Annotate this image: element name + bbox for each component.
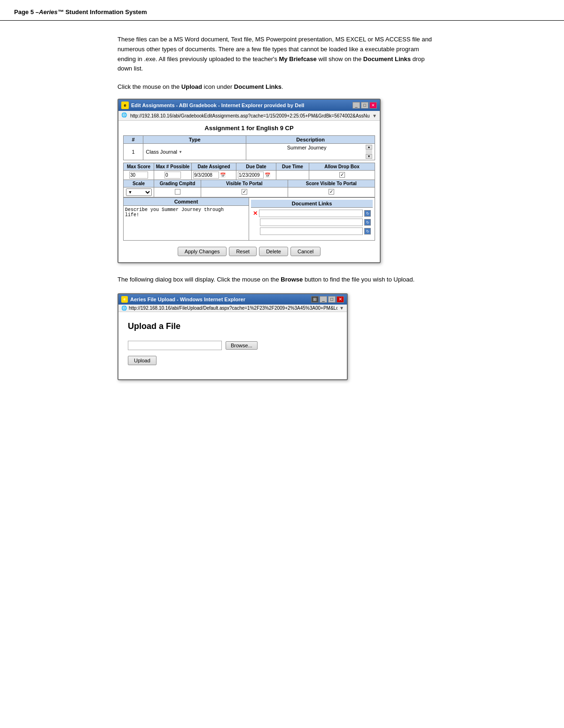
upload-globe-icon: 🌐 <box>121 305 127 311</box>
assignment-type-cell: Class Journal ▼ <box>143 144 246 160</box>
doc-link-row-3: ↻ <box>253 227 371 235</box>
upload-title-text: Aeries File Upload - Windows Internet Ex… <box>130 297 245 302</box>
scale-dropdown[interactable]: ▼ <box>126 188 152 196</box>
allow-dropbox-checkbox[interactable] <box>339 172 345 178</box>
assignment-num: 1 <box>124 144 143 160</box>
browse-file-input[interactable] <box>128 341 222 350</box>
close-button-1[interactable]: ✕ <box>369 102 377 109</box>
description-value: Summer Journey <box>249 145 365 150</box>
type-dropdown[interactable]: Class Journal ▼ <box>146 149 243 155</box>
score-header-maxscore: Max Score <box>124 163 154 170</box>
calendar-icon-1[interactable]: 📅 <box>220 172 226 178</box>
close-button-2[interactable]: ✕ <box>337 296 344 303</box>
score-values-row: 📅 📅 <box>124 171 375 180</box>
cancel-button[interactable]: Cancel <box>290 247 321 256</box>
ie-window-controls-1: _ □ ✕ <box>352 102 377 109</box>
upload-form-title: Upload a File <box>128 321 337 331</box>
ie-titlebar-left-1: e Edit Assignments - ABI Gradebook - Int… <box>121 102 304 109</box>
upload-bold: Upload <box>181 83 202 90</box>
score-header-maxposs: Max # Possible <box>154 163 192 170</box>
type-value: Class Journal <box>146 149 177 155</box>
restore-btn[interactable]: ⊞ <box>311 296 319 303</box>
doc-link-btn-3[interactable]: ↻ <box>364 228 371 235</box>
scroll-down-1[interactable]: ▼ <box>366 154 372 159</box>
upload-address-text[interactable]: http://192.168.10.16/abi/FileUpload/Defa… <box>129 305 337 311</box>
scale-header-visible: Visible To Portal <box>201 180 288 187</box>
due-date-input[interactable] <box>238 172 264 179</box>
upload-addr-arrow[interactable]: ▼ <box>339 305 344 311</box>
maximize-button-2[interactable]: □ <box>328 296 336 303</box>
score-val-duetime <box>276 171 309 180</box>
doc-links-header: Document Links <box>251 200 373 208</box>
scale-values-row: ▼ <box>124 188 375 197</box>
max-score-input[interactable] <box>129 172 148 179</box>
doc-link-remove-1[interactable]: ✕ <box>253 210 258 217</box>
upload-addressbar: 🌐 http://192.168.10.16/abi/FileUpload/De… <box>118 305 347 312</box>
doc-link-input-2[interactable] <box>260 219 363 226</box>
ie-titlebar-1: e Edit Assignments - ABI Gradebook - Int… <box>118 100 380 111</box>
score-header-dateassigned: Date Assigned <box>192 163 236 170</box>
ie-address-text-1[interactable]: http://192.168.10.16/abi/GradebookEditAs… <box>130 113 370 118</box>
score-val-maxposs[interactable] <box>154 171 192 180</box>
page-header: Page 5 –Aeries™ Student Information Syst… <box>0 0 564 21</box>
score-section: Max Score Max # Possible Date Assigned D… <box>123 163 375 197</box>
score-header-dropbox: Allow Drop Box <box>309 163 375 170</box>
assignment-content: Assignment 1 for English 9 CP # Type Des… <box>118 121 380 262</box>
main-content: These files can be a MS Word document, T… <box>0 21 564 406</box>
between-paragraph: The following dialog box will display. C… <box>118 275 437 285</box>
ie-address-arrow-1[interactable]: ▼ <box>372 113 377 118</box>
apply-changes-button[interactable]: Apply Changes <box>178 247 227 256</box>
score-val-dateassigned: 📅 <box>192 171 236 180</box>
document-links-bold2: Document Links <box>234 83 282 90</box>
score-header-duedate: Due Date <box>236 163 276 170</box>
my-briefcase-bold: My Briefcase <box>279 55 317 63</box>
doc-link-input-3[interactable] <box>260 227 363 235</box>
delete-button[interactable]: Delete <box>259 247 288 256</box>
col-header-description: Description <box>246 136 375 144</box>
score-val-maxscore[interactable] <box>124 171 154 180</box>
visible-to-portal-checkbox[interactable] <box>242 189 247 195</box>
action-buttons: Apply Changes Reset Delete Cancel <box>123 244 375 258</box>
calendar-icon-2[interactable]: 📅 <box>265 172 270 178</box>
doc-link-input-1[interactable] <box>259 210 363 217</box>
ie-addressbar-1: 🌐 http://192.168.10.16/abi/GradebookEdit… <box>118 111 380 121</box>
score-header-duetime: Due Time <box>276 163 309 170</box>
score-val-dropbox <box>309 171 375 180</box>
ie-title-text-1: Edit Assignments - ABI Gradebook - Inter… <box>131 102 304 108</box>
date-assigned-input[interactable] <box>193 172 219 179</box>
assignment-description-cell: Summer Journey ▲ ▼ <box>246 144 375 160</box>
scale-header-score-visible: Score Visible To Portal <box>288 180 375 187</box>
doc-link-btn-2[interactable]: ↻ <box>364 219 371 226</box>
max-possible-input[interactable] <box>164 172 181 179</box>
scale-val-visible <box>201 188 288 197</box>
comment-textarea[interactable]: Describe you Summer Journey through life… <box>124 206 249 232</box>
type-dropdown-arrow: ▼ <box>179 150 182 154</box>
ie-globe-icon: 🌐 <box>121 112 128 119</box>
minimize-button-1[interactable]: _ <box>352 102 360 109</box>
upload-button[interactable]: Upload <box>128 356 157 365</box>
scroll-up-1[interactable]: ▲ <box>366 145 372 149</box>
reset-button[interactable]: Reset <box>229 247 257 256</box>
ie-window-upload: e Aeries File Upload - Windows Internet … <box>118 293 348 380</box>
page-header-text: Page 5 –Aeries™ Student Information Syst… <box>14 8 147 16</box>
assignment-header-table: # Type Description 1 Class Journal ▼ <box>123 135 375 160</box>
document-links-bold: Document Links <box>363 55 411 63</box>
col-header-num: # <box>124 136 143 144</box>
browse-button[interactable]: Browse... <box>226 341 258 350</box>
scale-val-scale[interactable]: ▼ <box>124 188 154 197</box>
ie-browser-icon: e <box>121 102 129 109</box>
score-val-duedate: 📅 <box>236 171 276 180</box>
upload-titlebar: e Aeries File Upload - Windows Internet … <box>118 294 347 305</box>
maximize-button-1[interactable]: □ <box>361 102 368 109</box>
minimize-button-2[interactable]: _ <box>320 296 327 303</box>
upload-window-controls: ⊞ _ □ ✕ <box>311 296 344 303</box>
intro-paragraph: These files can be a MS Word document, T… <box>118 35 437 74</box>
doc-link-btn-1[interactable]: ↻ <box>364 210 371 217</box>
assignment-form-title: Assignment 1 for English 9 CP <box>123 125 375 132</box>
score-visible-to-portal-checkbox[interactable] <box>329 189 334 195</box>
score-header-row: Max Score Max # Possible Date Assigned D… <box>124 163 375 171</box>
page-header-italic: Aeries™ <box>39 8 64 16</box>
upload-browser-icon: e <box>121 296 128 303</box>
grading-cmpltd-checkbox[interactable] <box>175 189 180 195</box>
upload-titlebar-left: e Aeries File Upload - Windows Internet … <box>121 296 245 303</box>
